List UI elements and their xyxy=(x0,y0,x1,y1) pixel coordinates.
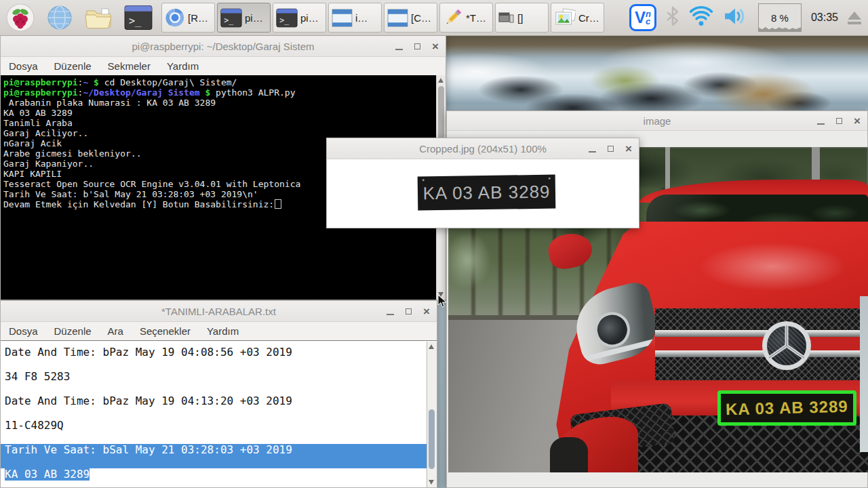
taskbar-window-button[interactable]: >_pi… xyxy=(273,3,326,33)
scrollbar-thumb[interactable] xyxy=(429,409,435,469)
taskbar-window-button[interactable]: [C… xyxy=(384,3,437,33)
editor-line: Date And Time: bPaz May 19 04:13:20 +03 … xyxy=(1,395,427,407)
minimize-icon[interactable] xyxy=(817,123,825,125)
cropped-plate-image: KA 03 AB 3289 xyxy=(418,175,556,211)
editor-scrollbar[interactable] xyxy=(427,342,437,487)
terminal-menu-sekmeler[interactable]: Sekmeler xyxy=(108,60,151,72)
scroll-up-icon[interactable] xyxy=(429,344,434,349)
terminal-icon[interactable]: >_ xyxy=(123,3,153,33)
terminal-line: KA 03 AB 3289 xyxy=(3,108,435,118)
editor-menu-düzenle[interactable]: Düzenle xyxy=(54,325,92,337)
minimize-icon[interactable] xyxy=(589,151,596,152)
editor-window-controls: × xyxy=(387,301,430,321)
maximize-icon[interactable] xyxy=(414,43,420,49)
close-icon[interactable]: × xyxy=(625,143,632,155)
editor-line xyxy=(1,407,427,420)
terminal-cursor xyxy=(275,199,281,209)
window-button-label: pi… xyxy=(300,12,319,24)
editor-menu-dosya[interactable]: Dosya xyxy=(9,325,38,337)
terminal-menu-düzenle[interactable]: Düzenle xyxy=(54,60,92,72)
minimize-icon[interactable] xyxy=(395,49,403,50)
terminal-menu-yardım[interactable]: Yardım xyxy=(167,60,199,72)
editor-line: 34 F8 5283 xyxy=(1,371,427,383)
taskbar-window-button[interactable]: Cr… xyxy=(551,3,604,33)
taskbar-window-button[interactable]: *T… xyxy=(439,3,493,33)
taskbar: >_ [R…>_pi…>_pi…i…[C…*T…[]Cr… Vnc xyxy=(0,0,868,36)
editor-window: *TANIMLI-ARABALAR.txt × DosyaDüzenleAraS… xyxy=(0,300,437,488)
editor-menu-ara[interactable]: Ara xyxy=(108,325,123,337)
taskbar-window-button[interactable]: i… xyxy=(328,3,382,33)
taskbar-window-button[interactable]: >_pi… xyxy=(217,3,271,33)
terminal-menubar: DosyaDüzenleSekmelerYardım xyxy=(1,57,446,76)
wifi-icon[interactable] xyxy=(689,5,713,30)
editor-line: KA 03 AB 3289 xyxy=(1,468,427,481)
light-pole xyxy=(665,147,670,193)
front-grille xyxy=(655,308,868,380)
vnc-logo-v: V xyxy=(635,9,646,26)
volume-icon[interactable] xyxy=(723,5,749,30)
editor-line: 11-C4829Q xyxy=(1,420,427,432)
terminal-menu-dosya[interactable]: Dosya xyxy=(9,60,38,72)
launcher-area: >_ xyxy=(0,3,161,33)
editor-text-area[interactable]: Date And Time: bPaz May 19 04:08:56 +03 … xyxy=(1,340,437,487)
license-plate-text: KA 03 AB 3289 xyxy=(726,397,848,420)
svg-text:>_: >_ xyxy=(129,16,142,28)
raspberry-menu-icon[interactable] xyxy=(5,3,35,33)
terminal-line: Arabanin plaka Numarasi : KA 03 AB 3289 xyxy=(3,98,435,108)
editor-menu-yardım[interactable]: Yardım xyxy=(207,325,239,337)
terminal-title: pi@raspberrypi: ~/Desktop/Garaj Sistem xyxy=(132,41,314,52)
license-plate-detection-box: KA 03 AB 3289 xyxy=(717,390,856,426)
mercedes-star-icon xyxy=(762,321,811,370)
window-button-label: *T… xyxy=(466,12,486,24)
close-icon[interactable]: × xyxy=(423,306,430,317)
image-titlebar[interactable]: image × xyxy=(447,111,867,131)
bluetooth-icon[interactable] xyxy=(666,5,679,30)
maximize-icon[interactable] xyxy=(406,308,412,314)
editor-menubar: DosyaDüzenleAraSeçeneklerYardım xyxy=(1,322,437,341)
close-icon[interactable]: × xyxy=(432,41,439,52)
cropped-image-area: KA 03 AB 3289 xyxy=(327,159,639,228)
window-button-label: pi… xyxy=(245,12,263,24)
editor-line: Tarih Ve Saat: bSal May 21 03:28:03 +03 … xyxy=(1,444,427,456)
cropped-window: Cropped.jpg (204x51) 100% × KA 03 AB 328… xyxy=(326,138,639,228)
terminal-titlebar[interactable]: pi@raspberrypi: ~/Desktop/Garaj Sistem × xyxy=(1,36,446,57)
system-tray: Vnc xyxy=(629,3,868,32)
clock[interactable]: 03:35 xyxy=(811,12,838,24)
scrollbar-thumb[interactable] xyxy=(438,86,444,143)
minimize-icon[interactable] xyxy=(387,314,394,315)
scroll-down-icon[interactable] xyxy=(429,480,434,485)
cropped-window-controls: × xyxy=(589,138,632,159)
taskbar-window-button[interactable]: [] xyxy=(495,3,549,33)
cpu-graph xyxy=(759,22,801,31)
terminal-icon: >_ xyxy=(220,8,242,28)
cpu-monitor[interactable]: 8 % xyxy=(758,3,802,32)
eject-icon[interactable] xyxy=(848,12,861,24)
chromium-icon xyxy=(165,7,185,28)
window-button-label: i… xyxy=(355,12,368,24)
editor-line xyxy=(1,456,427,468)
scroll-up-icon[interactable] xyxy=(438,78,443,83)
terminal-line: Garaj Aciliyor.. xyxy=(3,128,435,138)
taskbar-window-button[interactable]: [R… xyxy=(161,3,215,33)
window-button-label: [C… xyxy=(411,12,431,24)
vnc-logo-c: c xyxy=(646,18,651,25)
background-object xyxy=(860,296,868,452)
cpu-percentage: 8 % xyxy=(771,12,789,24)
editor-menu-seçenekler[interactable]: Seçenekler xyxy=(140,325,191,337)
editor-line xyxy=(1,432,427,444)
close-icon[interactable]: × xyxy=(854,115,861,127)
image-window-controls: × xyxy=(817,111,861,130)
window-button-label: [R… xyxy=(188,12,208,24)
folder-icon[interactable] xyxy=(84,3,114,33)
vnc-icon[interactable]: Vnc xyxy=(629,4,656,31)
terminal-icon: >_ xyxy=(276,8,298,28)
editor-titlebar[interactable]: *TANIMLI-ARABALAR.txt × xyxy=(1,301,437,322)
globe-icon[interactable] xyxy=(45,3,75,33)
terminal-line: pi@raspberrypi:~ $ cd Desktop/Garaj\ Sis… xyxy=(3,77,435,87)
tire-shadow xyxy=(550,437,588,472)
mini-window-icon xyxy=(498,12,515,24)
cropped-titlebar[interactable]: Cropped.jpg (204x51) 100% × xyxy=(327,138,639,159)
maximize-icon[interactable] xyxy=(836,118,842,124)
maximize-icon[interactable] xyxy=(608,146,614,152)
svg-text:>_: >_ xyxy=(224,16,233,25)
